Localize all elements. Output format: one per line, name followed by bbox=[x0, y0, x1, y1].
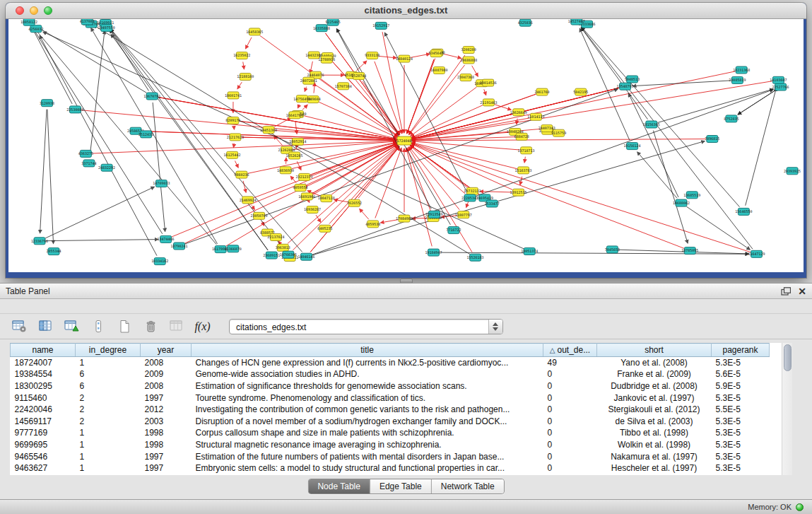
graph-node[interactable]: 19152917 bbox=[372, 22, 389, 29]
table-cell[interactable]: de Silva et al. (2003) bbox=[597, 415, 712, 427]
table-cell[interactable]: Changes of HCN gene expression and I(f) … bbox=[192, 357, 543, 369]
graph-node[interactable]: 22530088 bbox=[66, 106, 83, 113]
graph-node[interactable]: 18051374 bbox=[521, 248, 538, 255]
graph-node[interactable]: 22527766 bbox=[772, 83, 789, 90]
graph-edge[interactable] bbox=[302, 105, 307, 110]
graph-node[interactable]: 3120938 bbox=[40, 100, 54, 107]
delete-table-button[interactable] bbox=[141, 317, 160, 337]
graph-node[interactable]: 18231368 bbox=[733, 66, 750, 74]
graph-node[interactable]: 9333138 bbox=[365, 52, 379, 59]
graph-node[interactable]: 10047118 bbox=[318, 195, 335, 202]
table-cell[interactable]: 2012 bbox=[141, 404, 192, 416]
network-canvas[interactable]: 1371871315163783139125351373213211807797… bbox=[8, 19, 804, 272]
table-cell[interactable]: 22420046 bbox=[11, 404, 76, 416]
table-cell[interactable]: 49 bbox=[543, 357, 597, 369]
table-cell[interactable]: 9465546 bbox=[11, 450, 76, 462]
graph-node[interactable]: 18785095 bbox=[681, 247, 698, 255]
table-cell[interactable]: 9115460 bbox=[11, 392, 76, 404]
table-row[interactable]: 1938455462009Genome-wide association stu… bbox=[11, 368, 770, 380]
graph-edge[interactable] bbox=[495, 105, 511, 110]
graph-edge[interactable] bbox=[312, 141, 705, 255]
table-cell[interactable]: 5.3E-5 bbox=[712, 450, 770, 462]
graph-node[interactable]: 20686888 bbox=[460, 57, 477, 64]
graph-edge[interactable] bbox=[34, 28, 216, 245]
graph-node[interactable]: 2855344 bbox=[46, 248, 61, 255]
table-cell[interactable]: 14569117 bbox=[11, 415, 76, 427]
column-header-name[interactable]: name bbox=[11, 344, 76, 357]
graph-node[interactable]: 5345645 bbox=[429, 50, 444, 57]
graph-hub-node[interactable]: 1724048 bbox=[396, 136, 411, 145]
graph-node[interactable]: 23689151 bbox=[263, 252, 280, 259]
table-cell[interactable]: 18724007 bbox=[11, 357, 76, 369]
table-cell[interactable]: 1 bbox=[76, 357, 141, 369]
graph-edge[interactable] bbox=[111, 29, 302, 252]
table-scrollbar[interactable] bbox=[782, 343, 792, 475]
table-cell[interactable]: Structural magnetic resonance image aver… bbox=[192, 439, 543, 451]
graph-node[interactable]: 23050709 bbox=[251, 212, 268, 219]
graph-node[interactable]: 18790241 bbox=[170, 243, 187, 250]
graph-edge[interactable] bbox=[411, 54, 430, 57]
graph-node[interactable]: 19451308 bbox=[260, 127, 277, 134]
graph-node[interactable]: 20497550 bbox=[98, 25, 115, 32]
graph-edge[interactable] bbox=[91, 28, 218, 244]
table-row[interactable]: 911546021997Tourette syndrome. Phenomeno… bbox=[11, 392, 770, 404]
table-cell[interactable]: 5.3E-5 bbox=[712, 439, 770, 451]
graph-node[interactable]: 8209176 bbox=[225, 117, 240, 124]
graph-node[interactable]: 18601741 bbox=[225, 92, 242, 99]
graph-node[interactable]: 5042195 bbox=[573, 88, 588, 95]
table-cell[interactable]: 5.5E-5 bbox=[712, 404, 770, 416]
table-cell[interactable]: Nakamura et al. (1997) bbox=[597, 450, 712, 462]
table-row[interactable]: 977716911998Corpus callosum shape and si… bbox=[11, 427, 770, 439]
table-cell[interactable]: 1 bbox=[76, 439, 141, 451]
table-cell[interactable]: 18300295 bbox=[11, 380, 76, 392]
table-cell[interactable]: 0 bbox=[543, 392, 597, 404]
table-row[interactable]: 1830029562008Estimation of significance … bbox=[11, 380, 770, 392]
close-panel-button[interactable]: ✕ bbox=[798, 284, 806, 299]
table-cell[interactable]: 1997 bbox=[141, 450, 192, 462]
graph-node[interactable]: 11807797 bbox=[455, 211, 472, 218]
graph-edge[interactable] bbox=[582, 28, 753, 249]
table-cell[interactable]: 0 bbox=[543, 368, 597, 380]
graph-edge[interactable] bbox=[110, 29, 268, 250]
graph-node[interactable]: 15707384 bbox=[335, 83, 352, 90]
table-row[interactable]: 946554611997Estimation of the future num… bbox=[11, 450, 770, 462]
table-cell[interactable]: Investigating the contribution of common… bbox=[192, 404, 543, 416]
table-cell[interactable]: 0 bbox=[543, 462, 597, 474]
graph-node[interactable]: 12336796 bbox=[31, 238, 48, 245]
table-cell[interactable]: Genome-wide association studies in ADHD. bbox=[192, 368, 543, 380]
graph-node[interactable]: 3963813 bbox=[276, 244, 290, 251]
graph-node[interactable]: 21469924 bbox=[240, 197, 257, 204]
graph-node[interactable]: 4325836 bbox=[518, 19, 533, 26]
graph-node[interactable]: 16691906 bbox=[298, 193, 315, 200]
graph-node[interactable]: 19156124 bbox=[624, 143, 641, 150]
graph-edge[interactable] bbox=[243, 62, 245, 69]
graph-node[interactable]: 9860236 bbox=[234, 171, 249, 178]
table-cell[interactable]: Tibbo et al. (1998) bbox=[597, 427, 712, 439]
graph-edge[interactable] bbox=[412, 81, 772, 139]
table-cell[interactable]: 1997 bbox=[141, 462, 192, 474]
graph-edge[interactable] bbox=[411, 87, 477, 136]
graph-node[interactable]: 4363275 bbox=[78, 150, 93, 157]
column-settings-button[interactable] bbox=[10, 317, 29, 337]
table-cell[interactable]: 2 bbox=[76, 404, 141, 416]
table-cell[interactable]: 1998 bbox=[141, 439, 192, 451]
table-row[interactable]: 969969511998Structural magnetic resonanc… bbox=[11, 439, 770, 451]
graph-node[interactable]: 18858122 bbox=[20, 19, 37, 25]
graph-node[interactable]: 15526183 bbox=[467, 254, 484, 261]
table-cell[interactable]: 1997 bbox=[141, 392, 192, 404]
table-cell[interactable]: 5.3E-5 bbox=[712, 462, 770, 474]
show-columns-button[interactable] bbox=[36, 317, 55, 337]
table-cell[interactable]: 9777169 bbox=[11, 427, 76, 439]
graph-node[interactable]: 14103607 bbox=[770, 76, 787, 83]
graph-edge[interactable] bbox=[407, 59, 434, 134]
graph-edge[interactable] bbox=[40, 35, 157, 255]
graph-node[interactable]: 16936287 bbox=[304, 206, 321, 214]
table-row[interactable]: 1872400712008Changes of HCN gene express… bbox=[11, 357, 770, 369]
graph-node[interactable]: 12188160 bbox=[237, 74, 254, 81]
graph-edge[interactable] bbox=[46, 240, 158, 241]
table-cell[interactable]: 6 bbox=[76, 368, 141, 380]
graph-edge[interactable] bbox=[633, 81, 731, 86]
graph-edge[interactable] bbox=[305, 87, 306, 92]
float-panel-button[interactable] bbox=[781, 287, 791, 296]
table-cell[interactable]: 2009 bbox=[141, 368, 192, 380]
